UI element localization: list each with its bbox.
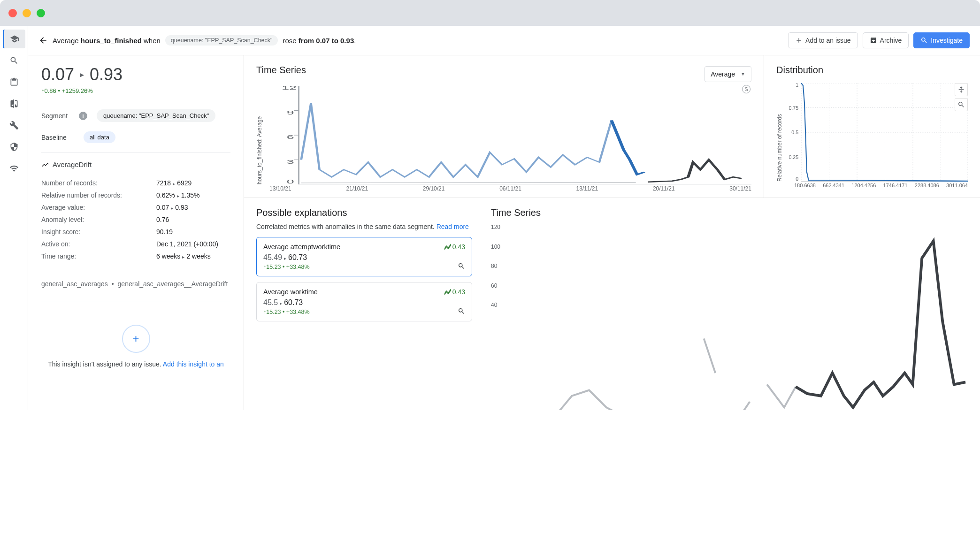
archive-label: Archive (880, 37, 902, 44)
add-insight-link[interactable]: Add this insight to an (163, 360, 224, 368)
explanations-title: Possible explanations (256, 207, 472, 218)
explanations-subtitle: Correlated metrics with anomalies in the… (256, 223, 472, 230)
scale-badge-icon[interactable]: S (742, 85, 750, 93)
chevron-down-icon: ▼ (741, 71, 745, 76)
timeseries-chart: hours_to_finished: Average S 129630 (256, 86, 751, 184)
y-axis-label: Relative number of records (776, 83, 783, 182)
explanation-zoom-button[interactable] (458, 262, 465, 271)
segment-label: Segment (41, 112, 74, 120)
timeseries-svg: 129630 (265, 86, 751, 184)
svg-text:0.5: 0.5 (791, 130, 798, 135)
explanation-delta: ↑15.23 • +33.48% (263, 264, 465, 270)
summary-panel: 0.07 ▸ 0.93 ↑0.86 • +1259.26% Segment i … (28, 55, 244, 410)
drift-section-header: AverageDrift (41, 160, 230, 168)
fit-height-icon (957, 86, 965, 93)
sidebar-item-security[interactable] (3, 137, 25, 156)
segment-baseline-block: Segment i queuename: "EPP_SAP_Scan_Check… (41, 109, 230, 143)
mini-timeseries-svg (509, 224, 968, 410)
explanation-timeseries-panel: Time Series 120 100 80 60 40 (491, 207, 968, 327)
correlation-icon (444, 244, 451, 250)
source-line: general_asc_averages•general_asc_average… (41, 280, 230, 288)
distribution-svg: 10.750.50.250 (785, 83, 968, 182)
summary-metric: 0.07 ▸ 0.93 (41, 65, 230, 84)
arrow-back-icon (38, 36, 48, 45)
shield-icon (9, 142, 19, 152)
drift-name: AverageDrift (53, 160, 92, 168)
sidebar-item-clipboard[interactable] (3, 73, 25, 92)
sidebar-item-insights[interactable] (3, 30, 25, 48)
archive-button[interactable]: Archive (863, 32, 909, 48)
topbar: Average hours_to_finished when queuename… (28, 26, 980, 55)
trending-up-icon (41, 161, 49, 168)
insight-segment-chip: queuename: "EPP_SAP_Scan_Check" (165, 35, 278, 46)
aggregation-select[interactable]: Average ▼ (704, 66, 751, 82)
explanation-score: 0.43 (444, 243, 465, 251)
explanation-values: 45.49▸60.73 (263, 253, 465, 262)
zoom-icon (458, 262, 465, 270)
back-button[interactable] (38, 36, 48, 45)
window-close-icon[interactable] (8, 9, 17, 17)
info-icon[interactable]: i (79, 112, 87, 120)
search-icon (9, 56, 19, 65)
distribution-tools (955, 83, 968, 111)
summary-to: 0.93 (90, 65, 122, 84)
explanation-delta: ↑15.23 • +33.48% (263, 309, 465, 315)
sidebar-item-search[interactable] (3, 51, 25, 70)
explanation-score: 0.43 (444, 288, 465, 296)
stats-list: Number of records:7218▸6929 Relative num… (41, 177, 230, 262)
sidebar-item-wifi[interactable] (3, 159, 25, 178)
segment-chip: queuename: "EPP_SAP_Scan_Check" (97, 109, 215, 122)
stat-row: Relative number of records:0.62%▸1.35% (41, 189, 230, 201)
insight-change-text: rose from 0.07 to 0.93. (283, 37, 356, 45)
stat-row: Active on:Dec 1, 2021 (+00:00) (41, 238, 230, 250)
app-root: Average hours_to_finished when queuename… (0, 26, 980, 410)
add-to-issue-label: Add to an issue (805, 37, 851, 44)
summary-from: 0.07 (41, 65, 74, 84)
baseline-label: Baseline (41, 134, 74, 141)
timeseries-x-labels: 13/10/21 21/10/21 29/10/21 06/11/21 13/1… (256, 184, 751, 192)
window-minimize-icon[interactable] (23, 9, 31, 17)
investigate-label: Investigate (931, 37, 963, 44)
search-icon (920, 37, 928, 44)
graduation-cap-icon (10, 34, 19, 44)
explanation-zoom-button[interactable] (458, 307, 465, 316)
svg-text:9: 9 (287, 109, 294, 115)
svg-text:6: 6 (287, 134, 294, 140)
read-more-link[interactable]: Read more (436, 223, 469, 230)
sidebar (0, 26, 28, 410)
distribution-x-labels: 180.6638 662.4341 1204.4256 1746.4171 22… (776, 182, 968, 188)
svg-text:12: 12 (282, 86, 297, 91)
timeseries-panel: Time Series Average ▼ hours_to_finished:… (244, 55, 764, 198)
clipboard-icon (9, 77, 19, 87)
segment-row: Segment i queuename: "EPP_SAP_Scan_Check… (41, 109, 230, 122)
add-insight-button[interactable]: + (122, 325, 150, 353)
assign-text: This insight isn't assigned to any issue… (48, 360, 224, 368)
topbar-title: Average hours_to_finished when queuename… (38, 35, 356, 46)
sidebar-item-compare[interactable] (3, 94, 25, 113)
browser-chrome (0, 0, 980, 26)
baseline-chip: all data (84, 131, 115, 143)
divider (41, 302, 230, 302)
explanation-card[interactable]: Average worktime 0.43 45.5▸60.73 ↑15.23 … (256, 282, 472, 321)
wrench-icon (9, 121, 19, 130)
svg-text:0.25: 0.25 (789, 154, 798, 160)
svg-text:1: 1 (796, 83, 798, 88)
window-maximize-icon[interactable] (37, 9, 45, 17)
insight-title: Average hours_to_finished when (53, 37, 161, 45)
explanation-title: Average attemptworktime (263, 243, 465, 251)
arrow-right-icon: ▸ (80, 69, 84, 80)
explanation-card[interactable]: Average attemptworktime 0.43 45.49▸60.73… (256, 237, 472, 276)
summary-delta: ↑0.86 • +1259.26% (41, 87, 230, 94)
sidebar-item-tools[interactable] (3, 116, 25, 135)
correlation-icon (444, 289, 451, 295)
stat-row: Average value:0.07▸0.93 (41, 201, 230, 214)
add-to-issue-button[interactable]: Add to an issue (788, 32, 858, 48)
archive-icon (870, 37, 877, 44)
main-columns: 0.07 ▸ 0.93 ↑0.86 • +1259.26% Segment i … (28, 55, 980, 410)
explanation-timeseries-title: Time Series (491, 207, 968, 218)
fit-vertical-button[interactable] (955, 83, 968, 96)
svg-text:0: 0 (287, 178, 294, 184)
zoom-button[interactable] (955, 98, 968, 111)
investigate-button[interactable]: Investigate (913, 32, 970, 48)
svg-text:0: 0 (796, 176, 798, 182)
